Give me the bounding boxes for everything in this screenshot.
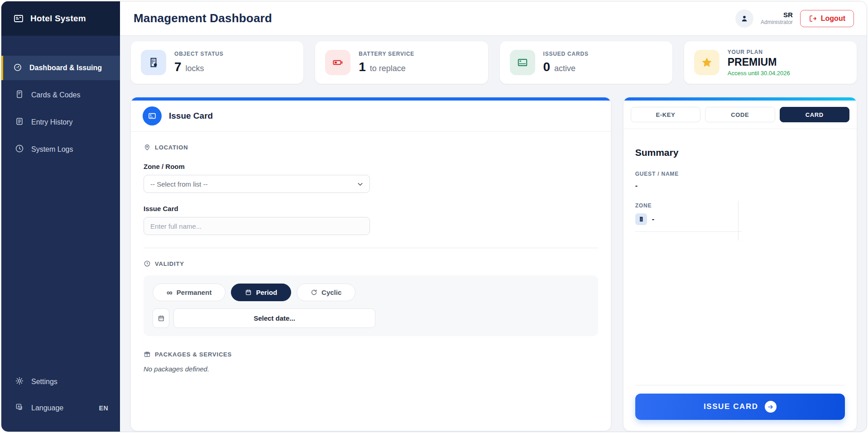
- sidebar-item-cards-codes[interactable]: Cards & Codes: [1, 83, 120, 107]
- submit-divider: [635, 385, 845, 385]
- user-icon: [740, 14, 749, 23]
- stat-label: BATTERY SERVICE: [359, 51, 414, 57]
- section-divider: [144, 248, 598, 248]
- tab-card[interactable]: CARD: [780, 107, 849, 122]
- stat-unit: locks: [186, 64, 204, 73]
- issue-card-submit-label: ISSUE CARD: [704, 402, 758, 411]
- stat-label: OBJECT STATUS: [174, 51, 224, 57]
- gift-icon: [144, 351, 151, 358]
- top-header: Management Dashboard SR Administrator Lo…: [120, 1, 867, 36]
- validity-option-label: Permanent: [177, 289, 212, 296]
- stat-value: 7: [174, 60, 182, 74]
- guest-name-input[interactable]: [144, 217, 370, 235]
- stat-card-object-status: OBJECT STATUS 7 locks: [131, 41, 303, 84]
- guest-name-summary-value: -: [635, 182, 845, 190]
- panels-row: Issue Card LOCATION Zone / Room -: [131, 97, 857, 431]
- user-role: Administrator: [761, 19, 793, 26]
- clock-icon: [15, 144, 24, 155]
- summary-title: Summary: [635, 147, 845, 158]
- calendar-icon: [245, 289, 252, 296]
- main-area: Management Dashboard SR Administrator Lo…: [120, 1, 867, 432]
- validity-box: ∞ Permanent Period: [144, 275, 598, 336]
- plan-note: Access until 30.04.2026: [728, 70, 790, 77]
- door-icon: [635, 213, 647, 225]
- translate-icon: A: [15, 403, 24, 414]
- sidebar-item-label: Entry History: [31, 118, 73, 126]
- date-row: Select date...: [153, 308, 589, 328]
- zone-summary-value: -: [652, 215, 654, 223]
- packages-section-label: PACKAGES & SERVICES: [155, 351, 232, 358]
- app-window: Hotel System Dashboard & Issuing Cards &…: [1, 1, 867, 432]
- sidebar-nav: Dashboard & Issuing Cards & Codes Entry …: [1, 36, 120, 370]
- content-area: OBJECT STATUS 7 locks: [120, 36, 867, 432]
- sidebar-item-label: Cards & Codes: [31, 91, 81, 99]
- logout-button[interactable]: Logout: [800, 10, 854, 27]
- avatar[interactable]: [735, 10, 753, 28]
- sidebar-item-language[interactable]: A Language EN: [1, 396, 120, 420]
- tab-code[interactable]: CODE: [705, 107, 775, 122]
- summary-body: Summary GUEST / NAME - ZONE: [623, 129, 857, 431]
- stat-unit: active: [554, 64, 575, 73]
- select-date-button[interactable]: Select date...: [173, 308, 375, 328]
- plan-text: YOUR PLAN PREMIUM Access until 30.04.202…: [728, 49, 790, 77]
- card-ticket-icon: [15, 90, 24, 101]
- validity-permanent-button[interactable]: ∞ Permanent: [153, 284, 225, 301]
- panel-accent-bar-gradient: [623, 97, 857, 101]
- stat-text: OBJECT STATUS 7 locks: [174, 51, 224, 74]
- user-meta: SR Administrator: [761, 11, 793, 26]
- issue-card-title: Issue Card: [169, 111, 213, 121]
- page-title: Management Dashboard: [134, 11, 272, 25]
- panel-accent-bar: [131, 97, 611, 101]
- dashboard-gauge-icon: [13, 63, 22, 73]
- validity-section-header: VALIDITY: [144, 260, 598, 267]
- map-pin-icon: [144, 144, 151, 151]
- sidebar-item-system-logs[interactable]: System Logs: [1, 137, 120, 162]
- stat-text: ISSUED CARDS 0 active: [543, 51, 589, 74]
- plan-label: YOUR PLAN: [728, 49, 790, 55]
- validity-option-label: Period: [256, 289, 277, 296]
- sidebar-item-label: Dashboard & Issuing: [29, 64, 102, 72]
- issue-card-panel: Issue Card LOCATION Zone / Room -: [131, 97, 611, 431]
- sidebar-item-entry-history[interactable]: Entry History: [1, 110, 120, 135]
- sidebar: Hotel System Dashboard & Issuing Cards &…: [1, 1, 120, 432]
- stat-value: 0: [543, 60, 551, 74]
- infinity-icon: ∞: [167, 289, 173, 297]
- guest-name-label: Issue Card: [144, 205, 598, 212]
- validity-section-label: VALIDITY: [155, 260, 184, 267]
- language-badge: EN: [99, 404, 108, 412]
- tab-ekey[interactable]: E-KEY: [631, 107, 700, 122]
- stat-card-plan: YOUR PLAN PREMIUM Access until 30.04.202…: [684, 41, 857, 84]
- validity-cyclic-button[interactable]: Cyclic: [297, 284, 355, 301]
- user-initials: SR: [783, 11, 793, 19]
- sidebar-footer: Settings A Language EN: [1, 370, 120, 432]
- zone-room-select-value: -- Select from list --: [150, 180, 208, 188]
- zone-room-label: Zone / Room: [144, 163, 598, 170]
- card-circle-icon: [143, 106, 162, 125]
- clock-icon: [144, 260, 151, 267]
- summary-column-divider: [738, 201, 739, 241]
- summary-panel: E-KEY CODE CARD Summary GUEST / NAME - Z…: [623, 97, 857, 431]
- sidebar-item-settings[interactable]: Settings: [1, 370, 120, 394]
- history-list-icon: [15, 117, 24, 128]
- calendar-picker-icon[interactable]: [153, 308, 169, 328]
- zone-room-select[interactable]: -- Select from list --: [144, 175, 370, 193]
- zone-summary-label: ZONE: [635, 202, 845, 209]
- stats-row: OBJECT STATUS 7 locks: [131, 41, 857, 84]
- logout-label: Logout: [821, 14, 845, 23]
- chevron-down-icon: [356, 180, 364, 189]
- plan-name: PREMIUM: [728, 57, 790, 67]
- sidebar-item-label: Settings: [31, 378, 58, 386]
- header-user-area: SR Administrator Logout: [735, 10, 854, 28]
- sidebar-item-dashboard-issuing[interactable]: Dashboard & Issuing: [1, 56, 120, 80]
- stat-card-battery-service: BATTERY SERVICE 1 to replace: [315, 41, 488, 84]
- credential-tabs: E-KEY CODE CARD: [623, 101, 857, 129]
- sidebar-item-label: Language: [31, 404, 63, 412]
- battery-icon: [325, 50, 350, 75]
- packages-section-header: PACKAGES & SERVICES: [144, 351, 598, 358]
- issue-card-submit-button[interactable]: ISSUE CARD: [635, 394, 845, 420]
- location-section-label: LOCATION: [155, 144, 188, 151]
- arrow-right-icon: [765, 401, 777, 413]
- hotel-logo-icon: [13, 13, 24, 24]
- cyclic-refresh-icon: [311, 289, 317, 296]
- validity-period-button[interactable]: Period: [231, 284, 291, 301]
